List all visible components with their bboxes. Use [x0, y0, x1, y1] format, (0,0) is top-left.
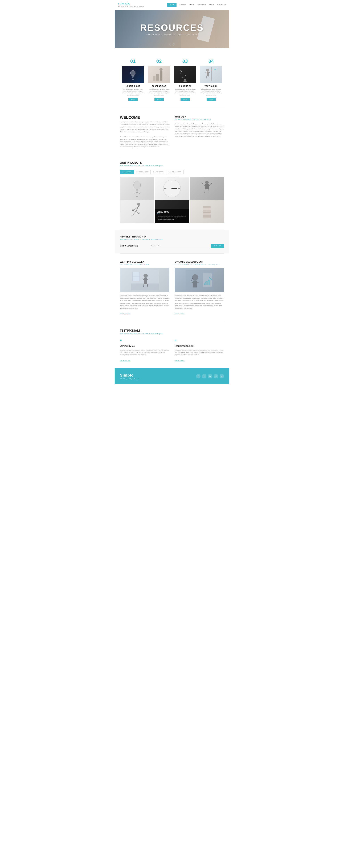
feature-3-btn[interactable]: MORE — [180, 98, 190, 101]
projects-section: OUR PROJECTS SIT FELICITATION ACCUMSAN D… — [115, 158, 229, 230]
dynamic-text: Proin dictum elementum velit. Fusce euis… — [175, 294, 224, 310]
nav-contact[interactable]: CONTACT — [217, 4, 226, 6]
nav-about[interactable]: ABOUT — [180, 4, 186, 6]
testimonials-section: TESTIMONIALS SIT FELICITATION ACCUMSAN D… — [115, 322, 229, 368]
tab-completed[interactable]: COMPLETED — [151, 170, 166, 174]
svg-point-0 — [131, 70, 135, 76]
project-img-4 — [120, 200, 154, 223]
social-twitter[interactable]: t — [202, 374, 206, 378]
dynamic-subtitle: SIT FELICITATION ACCUMSAN DOLOREMQUE — [175, 264, 224, 266]
test-name-2: LOREM IPSUM DOLOR — [175, 345, 224, 347]
email-input[interactable] — [150, 244, 209, 248]
nav-gallery[interactable]: GALLERY — [198, 4, 206, 6]
overlay-year: 2014 — [157, 213, 187, 215]
success-person-icon — [201, 180, 213, 197]
project-grid: LOREM IPSUM 2014 Proin dictum elementum … — [120, 177, 224, 223]
feature-1-btn[interactable]: MORE — [128, 98, 138, 101]
social-facebook[interactable]: f — [196, 374, 200, 378]
svg-line-58 — [209, 185, 210, 186]
next-arrow[interactable]: ❯ — [173, 42, 175, 45]
feature-1-num: 01 — [122, 59, 144, 64]
stay-label: STAY UPDATED — [120, 245, 148, 247]
quote-icon-2: “ — [175, 339, 224, 344]
svg-rect-77 — [203, 208, 210, 210]
feature-2-img — [148, 66, 170, 83]
clock-icon — [163, 179, 181, 198]
signup-button[interactable]: SIGN UP — [211, 244, 224, 248]
svg-rect-72 — [203, 217, 211, 218]
svg-rect-11 — [153, 76, 155, 81]
svg-rect-75 — [203, 212, 211, 213]
social-googleplus[interactable]: g+ — [214, 374, 218, 378]
svg-rect-56 — [205, 184, 209, 189]
svg-line-44 — [134, 192, 135, 194]
svg-text:?: ? — [181, 76, 183, 80]
svg-line-9 — [132, 79, 133, 80]
project-tabs: FEATURED IN PROGRESS COMPLETED ALL PROJE… — [120, 170, 224, 174]
svg-line-69 — [132, 214, 134, 216]
boxes-icon — [152, 67, 166, 82]
feature-2-btn[interactable]: MORE — [154, 98, 164, 101]
dynamic-read-more[interactable]: READ MORE — [175, 313, 184, 315]
feature-4: 04 VESTIBULUM — [198, 59, 224, 101]
svg-line-31 — [206, 76, 207, 79]
svg-point-14 — [160, 68, 163, 71]
svg-line-5 — [135, 71, 136, 71]
svg-line-45 — [139, 192, 141, 194]
project-cell-6 — [190, 200, 224, 223]
hero-section: RESOURCES LOREM IPSUM DOLOR SIT AMET CON… — [115, 10, 229, 48]
svg-line-43 — [137, 195, 138, 197]
think-left: WE THINK GLOBALLY SIT FELICITAS SIT AMET… — [120, 260, 169, 315]
svg-rect-28 — [207, 71, 209, 76]
feature-1-title: LOREM IPSUM — [122, 85, 144, 87]
svg-rect-73 — [203, 215, 211, 217]
office-scene-icon — [131, 270, 159, 290]
nav-links: HOME ABOUT NEWS GALLERY BLOG CONTACT — [167, 3, 226, 7]
newsletter-section: NEWSLETTER SIGN UP SIT FELICITATION ACCU… — [115, 230, 229, 253]
think-read-more[interactable]: READ MORE — [120, 313, 130, 315]
svg-line-4 — [130, 71, 131, 71]
tab-featured[interactable]: FEATURED — [120, 170, 134, 174]
think-subtitle: SIT FELICITAS SIT AMET FINN — [120, 264, 169, 266]
social-linkedin[interactable]: in — [208, 374, 212, 378]
svg-rect-98 — [204, 283, 206, 285]
project-cell-4 — [120, 200, 154, 223]
test-grid: “ VESTIBULUM IAC Nulla facilisi aenean v… — [120, 339, 224, 361]
lightbulb-person-icon — [130, 180, 144, 197]
newsletter-subtitle: SIT FELICITATION ACCUMSAN DOLOREMQUE — [120, 239, 224, 240]
think-title: WE THINK GLOBALLY — [120, 260, 169, 263]
hero-arrows: ❮ ❯ — [169, 42, 175, 45]
footer-socials: f t in g+ ● — [196, 374, 224, 378]
tab-allprojects[interactable]: ALL PROJECTS — [166, 170, 184, 174]
why-us-title: WHY US? — [175, 115, 224, 118]
test-read-more-2[interactable]: READ MORE — [175, 359, 184, 362]
feature-1-img — [122, 66, 144, 83]
svg-rect-92 — [193, 281, 197, 287]
projects-title: OUR PROJECTS — [120, 161, 224, 164]
svg-rect-99 — [206, 281, 208, 285]
nav-home[interactable]: HOME — [167, 3, 176, 7]
test-read-more-1[interactable]: READ MORE — [120, 359, 130, 362]
svg-rect-37 — [136, 189, 139, 190]
nav-blog[interactable]: BLOG — [209, 4, 214, 6]
tab-inprogress[interactable]: IN PROGRESS — [134, 170, 151, 174]
feature-3: 03 ? ? ? QUISQUE DI Nulla facilis aenean… — [172, 59, 198, 101]
svg-rect-74 — [203, 213, 210, 215]
project-cell-3 — [190, 177, 224, 200]
svg-text:?: ? — [180, 69, 182, 75]
social-rss[interactable]: ● — [220, 374, 224, 378]
feature-2-num: 02 — [148, 59, 170, 64]
prev-arrow[interactable]: ❮ — [169, 42, 171, 45]
quote-icon-1: “ — [120, 339, 169, 344]
hero-content: RESOURCES LOREM IPSUM DOLOR SIT AMET CON… — [140, 22, 204, 36]
nav-news[interactable]: NEWS — [189, 4, 194, 6]
feature-4-btn[interactable]: MORE — [207, 98, 216, 101]
svg-line-62 — [209, 189, 209, 193]
svg-rect-78 — [203, 207, 211, 208]
projects-subtitle: SIT FELICITATION ACCUMSAN DOLOREMQUE — [120, 165, 224, 167]
svg-rect-12 — [156, 73, 159, 81]
think-text: Nulla facilisi aenean vestibulumane ipsu… — [120, 294, 169, 310]
logo-area: Simplo THINK BIG. WIN THE GAME. — [118, 2, 145, 8]
svg-point-22 — [184, 79, 186, 81]
svg-point-55 — [205, 181, 209, 184]
